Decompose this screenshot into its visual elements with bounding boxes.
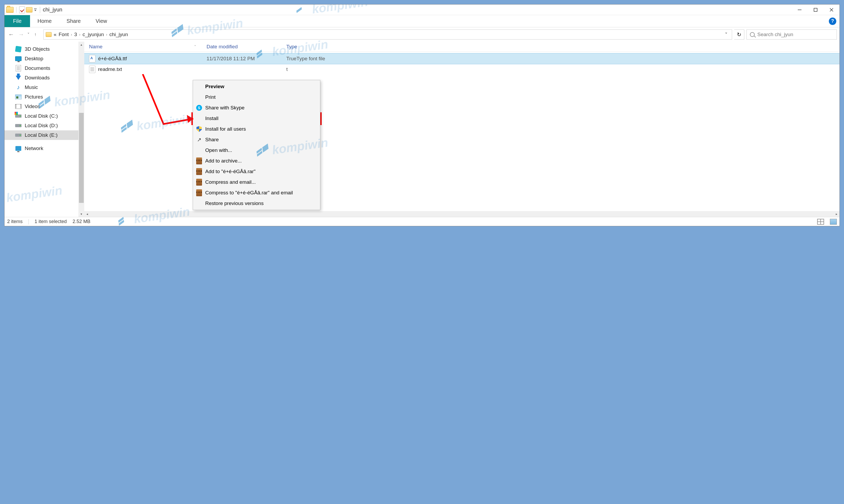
font-file-icon [89,55,96,62]
chevron-right-icon[interactable]: › [71,32,72,37]
context-menu-label: Compress to "é+é-éGÅâ.rar" and email [205,190,293,196]
view-details-icon[interactable] [817,219,824,224]
context-menu-item[interactable]: Restore previous versions [193,198,320,209]
folder-icon [6,7,14,13]
network-icon [15,145,21,151]
status-selection: 1 item selected [35,219,67,224]
nav-item-label: Documents [25,65,50,71]
breadcrumb-item[interactable]: c_jyunjun [83,32,104,37]
file-row[interactable]: é+é-éGÅâ.ttf11/17/2018 11:12 PMTrueType … [84,53,840,64]
breadcrumb-item[interactable]: Font [59,32,69,37]
nav-item-label: Network [25,145,43,151]
context-menu-item[interactable]: Compress to "é+é-éGÅâ.rar" and email [193,187,320,198]
column-name[interactable]: Name˄ [84,44,207,50]
context-menu-item[interactable]: SShare with Skype [193,103,320,113]
text-file-icon [89,66,96,73]
breadcrumb-item[interactable]: 3 [74,32,77,37]
column-type[interactable]: Type [286,44,840,50]
chevron-right-icon[interactable]: › [106,32,107,37]
context-menu-label: Preview [205,84,224,89]
maximize-button[interactable] [808,4,824,15]
ribbon-view-tab[interactable]: View [88,15,115,27]
nav-item-label: Downloads [25,75,50,81]
nav-item-3d[interactable]: 3D Objects [4,44,79,54]
search-input[interactable]: Search chi_jyun [746,30,837,39]
separator [40,7,40,13]
context-menu-label: Install for all users [205,126,246,132]
nav-item-cdrive[interactable]: Local Disk (C:) [4,111,79,121]
explorer-window: kompiwin kompiwin kompiwin kompiwin komp… [4,4,840,226]
ddrive-icon [15,122,21,129]
file-row[interactable]: readme.txtt [84,64,840,75]
pictures-icon [15,94,21,100]
context-menu: PreviewPrintSShare with SkypeInstallInst… [193,80,320,210]
navigation-toolbar: ← → ˅ ↑ « Font › 3 › c_jyunjun › chi_jyu… [4,28,840,42]
nav-item-videos[interactable]: Videos [4,102,79,111]
refresh-button[interactable]: ↻ [734,30,744,39]
nav-item-pictures[interactable]: Pictures [4,92,79,102]
content-scrollbar[interactable]: ◂ ▸ [84,211,840,217]
cdrive-icon [15,113,21,119]
context-menu-item[interactable]: Add to "é+é-éGÅâ.rar" [193,166,320,177]
music-icon: ♪ [15,84,21,91]
status-bar: 2 items 1 item selected 2.52 MB [4,217,840,226]
context-menu-item[interactable]: Install [193,113,320,124]
context-menu-label: Print [205,94,216,100]
column-date[interactable]: Date modified [207,44,286,50]
ribbon-share-tab[interactable]: Share [59,15,88,27]
scroll-down-icon[interactable]: ▾ [79,211,84,217]
nav-item-network[interactable]: Network [4,144,79,153]
nav-scrollbar[interactable]: ▴ ▾ [79,42,84,217]
context-menu-item[interactable]: Compress and email... [193,177,320,187]
nav-item-documents[interactable]: Documents [4,64,79,73]
minimize-button[interactable] [792,4,808,15]
context-menu-item[interactable]: Open with... [193,145,320,156]
context-menu-item[interactable]: Install for all users [193,124,320,134]
forward-button[interactable]: → [17,31,25,38]
sort-asc-icon: ˄ [194,45,196,49]
ribbon-home-tab[interactable]: Home [30,15,59,27]
3d-icon [15,46,21,52]
nav-item-desktop[interactable]: Desktop [4,54,79,64]
scroll-thumb[interactable] [79,113,84,203]
context-menu-item[interactable]: Add to archive... [193,156,320,166]
scroll-right-icon[interactable]: ▸ [834,212,840,216]
context-menu-item[interactable]: ↗Share [193,134,320,145]
ribbon: File Home Share View ? [4,15,840,28]
nav-item-label: Music [25,85,38,90]
context-menu-label: Restore previous versions [205,200,264,206]
context-menu-item[interactable]: Preview [193,81,320,92]
address-bar[interactable]: « Font › 3 › c_jyunjun › chi_jyun ˅ [43,30,732,39]
view-large-icon[interactable] [830,219,837,224]
nav-item-edrive[interactable]: Local Disk (E:) [4,130,79,140]
qat-properties-icon[interactable] [19,6,25,13]
qat-dropdown-icon[interactable] [34,8,37,11]
up-button[interactable]: ↑ [34,32,41,37]
ribbon-file-tab[interactable]: File [4,15,30,27]
chevron-right-icon[interactable]: › [79,32,81,37]
nav-item-music[interactable]: ♪Music [4,83,79,92]
close-button[interactable] [824,4,840,15]
qat-newfolder-icon[interactable] [26,7,32,13]
address-dropdown-icon[interactable]: ˅ [723,32,730,38]
scroll-up-icon[interactable]: ▴ [79,42,84,48]
scroll-left-icon[interactable]: ◂ [84,212,90,216]
nav-item-ddrive[interactable]: Local Disk (D:) [4,121,79,130]
nav-item-downloads[interactable]: Downloads [4,73,79,83]
breadcrumb-item[interactable]: chi_jyun [109,32,128,37]
back-button[interactable]: ← [7,31,15,38]
search-icon [750,32,755,37]
help-icon[interactable]: ? [829,18,836,25]
context-menu-label: Add to "é+é-éGÅâ.rar" [205,168,256,175]
context-menu-label: Share with Skype [205,105,244,111]
context-menu-label: Install [205,115,219,121]
skype-icon: S [196,104,203,111]
svg-rect-19 [814,8,817,12]
nav-item-label: Desktop [25,56,43,61]
documents-icon [15,65,21,71]
status-size: 2.52 MB [72,219,90,224]
context-menu-label: Open with... [205,147,232,153]
nav-item-label: Local Disk (E:) [25,132,58,138]
context-menu-item[interactable]: Print [193,92,320,103]
history-dropdown[interactable]: ˅ [28,32,32,37]
